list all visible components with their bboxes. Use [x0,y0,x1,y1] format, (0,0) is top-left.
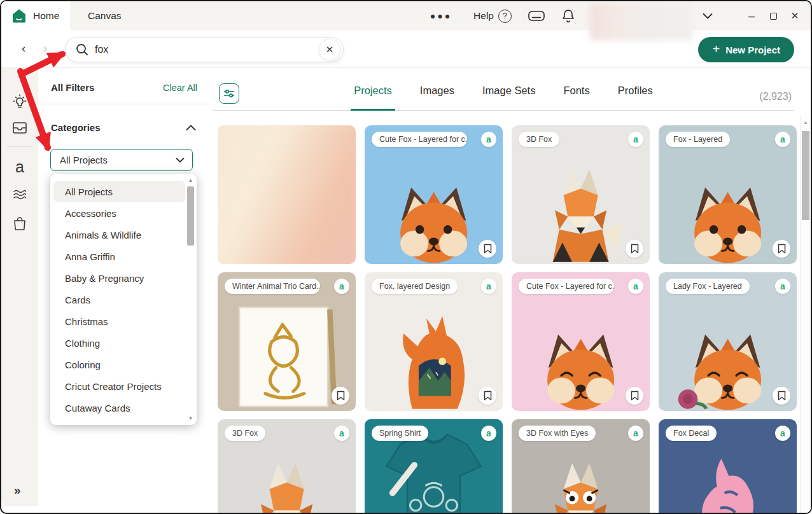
search-bar[interactable]: ✕ [65,37,344,62]
cricut-access-badge-icon: a [481,279,496,294]
tab-home[interactable]: Home [1,1,70,31]
cricut-logo-icon [11,8,27,24]
scrollbar-up-icon[interactable]: ▲ [801,120,811,125]
project-thumbnail [218,125,356,264]
clear-search-button[interactable]: ✕ [319,39,340,60]
project-card[interactable]: Fox - Layered a [659,125,797,264]
categories-title: Categories [51,122,101,133]
cricut-access-icon[interactable]: a [15,159,24,175]
close-button[interactable]: ✕ [784,6,806,25]
help-button[interactable]: Help ? [473,10,512,23]
minimize-button[interactable]: – [741,6,762,25]
dropdown-option[interactable]: Clothing [53,332,185,354]
bookmark-button[interactable] [773,240,790,258]
new-project-button[interactable]: + New Project [698,37,794,62]
dropdown-option[interactable]: Cards [53,289,185,310]
results-area: ProjectsImagesImage SetsFontsProfiles (2… [213,68,811,513]
expand-sidebar-icon[interactable]: » [14,483,21,497]
project-card[interactable]: 3D Fox a [218,419,356,514]
cricut-access-badge-icon: a [775,426,790,441]
results-scrollbar[interactable]: ▲ [800,116,811,513]
bookmark-button[interactable] [479,240,496,258]
title-bar: Home Canvas ●●● Help ? – ✕ [1,1,811,31]
categories-select[interactable]: All Projects [50,149,193,171]
dropdown-option[interactable]: Coloring [53,354,185,375]
bookmark-button[interactable] [626,240,643,258]
project-title-pill: Cute Fox - Layered for c... [372,132,467,147]
dropdown-option[interactable]: Anna Griffin [53,246,185,267]
project-card[interactable]: Fox Decal a [659,419,797,514]
question-icon: ? [498,10,512,23]
bookmark-button[interactable] [773,387,790,405]
maximize-icon [770,13,777,20]
project-card[interactable]: Lady Fox - Layered a [659,272,797,411]
search-icon [75,43,89,57]
project-card[interactable]: 3D Fox a [512,125,650,264]
project-card[interactable]: a [218,125,356,264]
tab-canvas[interactable]: Canvas [88,10,122,22]
categories-dropdown-list: All ProjectsAccessoriesAnimals & Wildlif… [50,181,186,419]
chevron-down-icon [176,157,185,163]
scroll-up-icon[interactable]: ▲ [186,177,195,183]
tab-image-sets[interactable]: Image Sets [479,72,538,111]
project-card[interactable]: Spring Shirt a [365,419,503,514]
back-button[interactable]: ‹ [22,41,25,55]
new-project-label: New Project [725,45,780,55]
project-card[interactable]: Winter Animal Trio Card... a [218,272,356,411]
categories-section-header[interactable]: Categories [51,122,196,133]
search-input[interactable] [95,44,319,55]
cricut-access-badge-icon: a [334,279,349,294]
filters-panel: All Filters Clear All Categories All Pro… [38,68,213,513]
project-card[interactable]: Fox, layered Design a [365,272,503,411]
cricut-access-badge-icon: a [628,426,643,441]
overflow-menu-icon[interactable]: ●●● [430,11,452,21]
bookmark-button[interactable] [479,387,496,405]
maximize-button[interactable] [762,6,784,25]
results-toolbar: ProjectsImagesImage SetsFontsProfiles (2… [213,68,794,111]
dropdown-scrollbar[interactable]: ▲ ▼ [186,177,195,421]
cricut-access-badge-icon: a [775,132,790,147]
dropdown-option[interactable]: Cricut Creator Projects [53,375,185,397]
ideas-lightbulb-icon[interactable] [11,94,28,111]
dropdown-option[interactable]: All Projects [53,181,185,202]
project-title-pill: Fox Decal [666,426,717,441]
dropdown-option[interactable]: Baby & Pregnancy [53,267,185,289]
results-scrollbar-thumb[interactable] [802,131,809,220]
categories-dropdown: All ProjectsAccessoriesAnimals & Wildlif… [50,174,197,425]
tab-fonts[interactable]: Fonts [560,72,592,111]
project-card[interactable]: Cute Fox - Layered for c... a [512,272,650,411]
cricut-access-badge-icon: a [481,132,496,147]
account-chevron-icon[interactable] [703,13,713,19]
dropdown-scrollbar-thumb[interactable] [187,186,194,246]
project-title-pill: 3D Fox with Eyes [519,426,596,441]
tab-images[interactable]: Images [417,72,458,111]
plus-icon: + [712,42,720,57]
cricut-access-badge-icon: a [775,279,790,294]
scroll-down-icon[interactable]: ▼ [186,415,195,421]
chevron-up-icon [186,125,196,131]
shopping-bag-icon[interactable] [12,216,27,232]
dropdown-option[interactable]: Animals & Wildlife [53,224,185,246]
cricut-access-badge-icon: a [628,279,643,294]
all-filters-title: All Filters [51,82,94,93]
categories-select-value: All Projects [60,155,108,165]
rail-divider [7,146,32,147]
project-title-pill: 3D Fox [225,426,265,441]
canvas-tab-label: Canvas [88,10,122,21]
dropdown-option[interactable]: Accessories [53,202,185,224]
machine-icon[interactable] [528,10,545,22]
clear-all-link[interactable]: Clear All [163,83,197,93]
dropdown-option[interactable]: Christmas [53,310,185,332]
bookmark-button[interactable] [332,387,349,405]
project-card[interactable]: Cute Fox - Layered for c... a [365,125,503,264]
bookmark-button[interactable] [626,387,643,405]
waves-icon[interactable] [11,188,28,202]
home-tab-label: Home [33,10,59,22]
dropdown-option[interactable]: Cutaway Cards [53,397,185,419]
inbox-tray-icon[interactable] [11,120,28,135]
project-card[interactable]: 3D Fox with Eyes a [512,419,650,514]
tab-profiles[interactable]: Profiles [615,72,656,111]
notifications-bell-icon[interactable] [561,8,575,24]
tab-projects[interactable]: Projects [351,72,395,111]
forward-button[interactable]: › [43,41,47,55]
